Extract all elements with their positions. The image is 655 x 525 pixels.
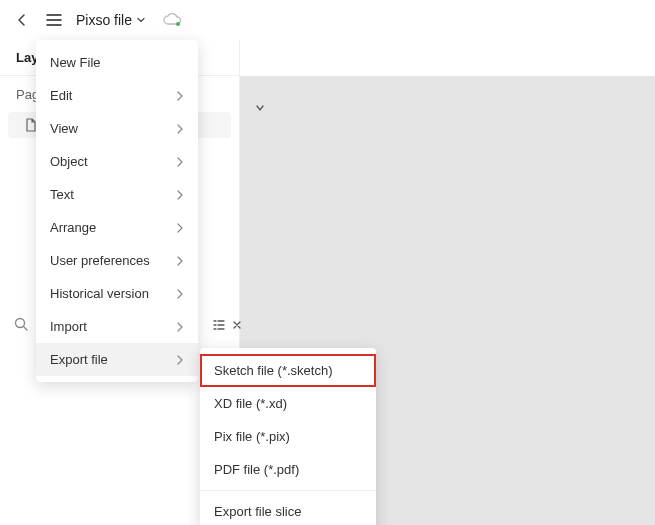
menu-item-history[interactable]: Historical version [36,277,198,310]
list-controls [212,318,242,332]
close-icon[interactable] [232,320,242,330]
menu-item-view[interactable]: View [36,112,198,145]
menu-item-label: User preferences [50,253,150,268]
back-button[interactable] [12,10,32,30]
chevron-right-icon [176,223,184,233]
menu-item-edit[interactable]: Edit [36,79,198,112]
svg-point-0 [176,22,180,26]
export-submenu: Sketch file (*.sketch) XD file (*.xd) Pi… [200,348,376,525]
canvas-toolbar [248,96,272,120]
search-icon [14,317,28,331]
chevron-right-icon [176,157,184,167]
menu-item-label: Import [50,319,87,334]
chevron-right-icon [176,91,184,101]
menu-item-arrange[interactable]: Arrange [36,211,198,244]
chevron-right-icon [176,190,184,200]
menu-item-label: Text [50,187,74,202]
menu-item-export-file[interactable]: Export file [36,343,198,376]
submenu-item-xd[interactable]: XD file (*.xd) [200,387,376,420]
menu-toggle-button[interactable] [44,10,64,30]
menu-item-label: Export file [50,352,108,367]
topbar: Pixso file [0,0,655,40]
menu-item-label: View [50,121,78,136]
menu-item-new-file[interactable]: New File [36,46,198,79]
chevron-right-icon [176,322,184,332]
submenu-item-slice[interactable]: Export file slice [200,495,376,525]
menu-item-label: Historical version [50,286,149,301]
chevron-right-icon [176,256,184,266]
menu-item-label: Arrange [50,220,96,235]
submenu-item-pix[interactable]: Pix file (*.pix) [200,420,376,453]
submenu-item-pdf[interactable]: PDF file (*.pdf) [200,453,376,486]
main-menu: New File Edit View Object Text Arrange U… [36,40,198,382]
menu-item-label: Edit [50,88,72,103]
menu-item-import[interactable]: Import [36,310,198,343]
chevron-right-icon [176,355,184,365]
file-title-text: Pixso file [76,12,132,28]
list-icon[interactable] [212,318,226,332]
menu-item-user-prefs[interactable]: User preferences [36,244,198,277]
chevron-right-icon [176,124,184,134]
menu-item-label: New File [50,55,101,70]
chevron-right-icon [176,289,184,299]
submenu-divider [200,490,376,491]
menu-item-object[interactable]: Object [36,145,198,178]
menu-item-label: Object [50,154,88,169]
collapse-toggle[interactable] [248,96,272,120]
submenu-item-sketch[interactable]: Sketch file (*.sketch) [200,354,376,387]
chevron-down-icon [136,15,146,25]
menu-item-text[interactable]: Text [36,178,198,211]
file-title-dropdown[interactable]: Pixso file [76,12,146,28]
cloud-sync-icon [162,13,182,27]
